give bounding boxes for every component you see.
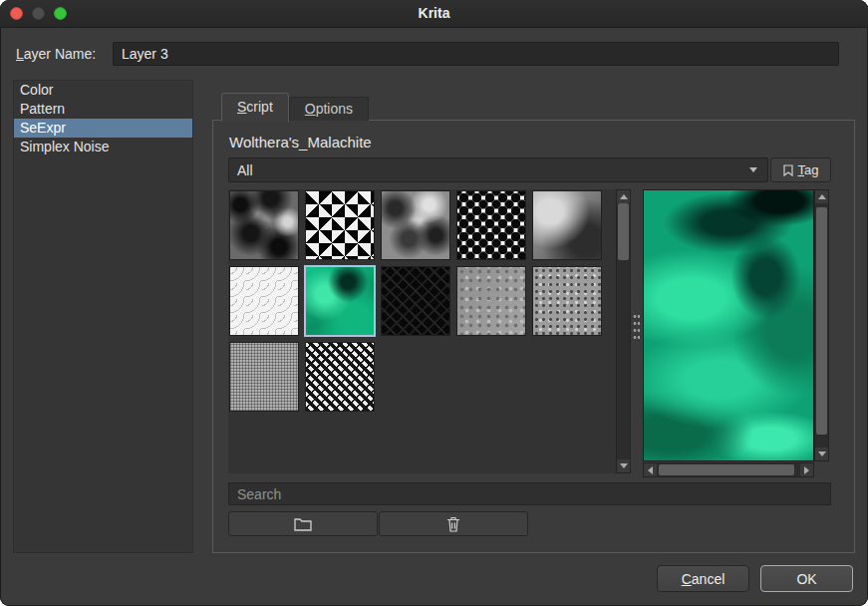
trash-icon — [446, 516, 460, 532]
arrow-down-icon — [818, 452, 826, 456]
preview-vertical-scrollbar[interactable] — [814, 189, 829, 461]
splitter-handle[interactable] — [633, 313, 640, 343]
tab-script[interactable]: Script — [221, 93, 289, 122]
tab-options[interactable]: Options — [289, 97, 369, 121]
scrollbar-thumb[interactable] — [659, 464, 794, 475]
titlebar[interactable]: Krita — [0, 0, 868, 28]
ok-button-label: OK — [796, 571, 816, 587]
pattern-thumbnail[interactable] — [305, 190, 375, 260]
scroll-down-button[interactable] — [617, 459, 630, 472]
pattern-thumbnail[interactable] — [456, 190, 526, 260]
script-tab-panel: Wolthera's_Malachite All Tag — [212, 120, 855, 553]
pattern-thumbnail[interactable] — [381, 266, 450, 336]
pattern-thumbnail[interactable] — [532, 266, 602, 336]
pattern-search-input[interactable] — [228, 482, 831, 505]
bookmark-icon — [783, 164, 793, 176]
scrollbar-thumb[interactable] — [816, 207, 827, 435]
cancel-button-label: Cancel — [682, 571, 725, 587]
generator-list-item-color[interactable]: Color — [14, 81, 192, 100]
scroll-left-button[interactable] — [644, 463, 657, 476]
minimize-button[interactable] — [32, 7, 45, 20]
pattern-grid-scrollbar[interactable] — [616, 189, 631, 473]
tag-button-label: Tag — [798, 162, 819, 177]
pattern-thumbnail[interactable] — [305, 342, 375, 412]
pattern-thumbnail[interactable] — [229, 342, 299, 412]
window-title: Krita — [0, 0, 868, 27]
ok-button[interactable]: OK — [760, 565, 853, 592]
close-button[interactable] — [10, 7, 23, 20]
preview-horizontal-scrollbar[interactable] — [643, 462, 814, 477]
chevron-down-icon — [749, 167, 757, 172]
arrow-right-icon — [804, 466, 809, 474]
generator-list-item-pattern[interactable]: Pattern — [14, 100, 192, 119]
scrollbar-track[interactable] — [815, 203, 828, 448]
pattern-preview-image[interactable] — [643, 189, 814, 461]
arrow-up-icon — [620, 194, 628, 199]
scrollbar-thumb[interactable] — [618, 203, 629, 260]
pattern-thumbnail-selected[interactable] — [305, 266, 375, 336]
pattern-thumbnail[interactable] — [532, 190, 602, 260]
generator-list-item-seexpr[interactable]: SeExpr — [14, 119, 192, 138]
arrow-left-icon — [648, 466, 653, 474]
tag-button[interactable]: Tag — [770, 157, 831, 182]
pattern-grid — [228, 189, 616, 473]
krita-fill-layer-dialog: Krita Layer Name: Color Pattern SeExpr S… — [0, 0, 868, 606]
tab-bar: Script Options — [221, 93, 369, 121]
scroll-up-button[interactable] — [617, 190, 630, 203]
scrollbar-track[interactable] — [617, 203, 630, 459]
layer-name-input[interactable] — [113, 42, 839, 66]
traffic-lights — [10, 7, 67, 20]
scroll-up-button[interactable] — [815, 190, 828, 203]
cancel-button[interactable]: Cancel — [657, 565, 749, 592]
scrollbar-track[interactable] — [657, 463, 800, 476]
arrow-up-icon — [818, 194, 826, 199]
delete-pattern-button[interactable] — [379, 511, 528, 536]
current-pattern-name: Wolthera's_Malachite — [229, 134, 372, 151]
generator-type-list: Color Pattern SeExpr Simplex Noise — [13, 80, 193, 553]
generator-list-item-simplex-noise[interactable]: Simplex Noise — [14, 138, 192, 156]
scroll-down-button[interactable] — [815, 448, 828, 460]
import-pattern-button[interactable] — [228, 511, 378, 536]
tag-filter-combobox[interactable]: All — [228, 157, 768, 182]
tag-filter-value: All — [237, 162, 749, 178]
pattern-thumbnail[interactable] — [381, 190, 450, 260]
layer-name-label: Layer Name: — [16, 46, 96, 62]
pattern-thumbnail[interactable] — [229, 266, 299, 336]
scroll-right-button[interactable] — [800, 463, 813, 476]
arrow-down-icon — [620, 463, 628, 468]
pattern-thumbnail[interactable] — [229, 190, 299, 260]
zoom-button[interactable] — [54, 7, 67, 20]
pattern-thumbnail[interactable] — [456, 266, 526, 336]
folder-icon — [294, 517, 312, 531]
